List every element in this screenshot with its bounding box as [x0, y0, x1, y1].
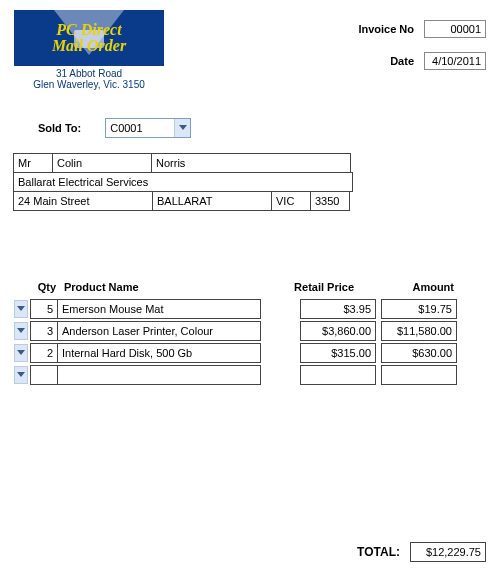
- logo-line2: Mail Order: [52, 38, 126, 54]
- customer-code: C0001: [110, 122, 142, 134]
- sold-to-label: Sold To:: [38, 122, 81, 134]
- col-amount: Amount: [362, 281, 454, 293]
- product-name-field[interactable]: Anderson Laser Printer, Colour: [57, 321, 261, 341]
- retail-price-field[interactable]: [300, 365, 376, 385]
- invoice-no-field[interactable]: 00001: [424, 20, 486, 38]
- amount-field: [381, 365, 457, 385]
- svg-marker-6: [17, 372, 25, 377]
- retail-price-field[interactable]: $3.95: [300, 299, 376, 319]
- first-name-field[interactable]: Colin: [52, 153, 152, 173]
- col-product: Product Name: [60, 281, 262, 293]
- qty-field[interactable]: [30, 365, 58, 385]
- chevron-down-icon[interactable]: [174, 119, 190, 137]
- customer-dropdown[interactable]: C0001: [105, 118, 191, 138]
- address-line1: 31 Abbot Road: [14, 68, 164, 79]
- total-value: $12,229.75: [410, 542, 486, 562]
- lines-block: Qty Product Name Retail Price Amount 5Em…: [14, 281, 486, 385]
- col-retail: Retail Price: [262, 281, 362, 293]
- svg-marker-5: [17, 350, 25, 355]
- invoice-meta: Invoice No 00001 Date 4/10/2011: [358, 20, 486, 84]
- logo-block: PC Direct Mail Order 31 Abbot Road Glen …: [14, 10, 164, 90]
- svg-marker-3: [17, 306, 25, 311]
- row-selector-arrow-icon[interactable]: [14, 344, 28, 362]
- row-selector-arrow-icon[interactable]: [14, 322, 28, 340]
- lines-header: Qty Product Name Retail Price Amount: [14, 281, 486, 299]
- qty-field[interactable]: 3: [30, 321, 58, 341]
- svg-marker-4: [17, 328, 25, 333]
- row-selector-arrow-icon[interactable]: [14, 300, 28, 318]
- state-field[interactable]: VIC: [271, 191, 311, 211]
- product-name-field[interactable]: Internal Hard Disk, 500 Gb: [57, 343, 261, 363]
- line-row: 2Internal Hard Disk, 500 Gb$315.00$630.0…: [14, 343, 486, 363]
- logo-line1: PC Direct: [56, 22, 121, 38]
- total-row: TOTAL: $12,229.75: [357, 542, 486, 562]
- invoice-date-field[interactable]: 4/10/2011: [424, 52, 486, 70]
- line-row: [14, 365, 486, 385]
- company-field[interactable]: Ballarat Electrical Services: [13, 172, 353, 192]
- line-row: 5Emerson Mouse Mat$3.95$19.75: [14, 299, 486, 319]
- company-address: 31 Abbot Road Glen Waverley, Vic. 3150: [14, 68, 164, 90]
- col-qty: Qty: [30, 281, 60, 293]
- line-row: 3Anderson Laser Printer, Colour$3,860.00…: [14, 321, 486, 341]
- amount-field: $630.00: [381, 343, 457, 363]
- logo: PC Direct Mail Order: [14, 10, 164, 66]
- qty-field[interactable]: 5: [30, 299, 58, 319]
- city-field[interactable]: BALLARAT: [152, 191, 272, 211]
- qty-field[interactable]: 2: [30, 343, 58, 363]
- address-line2: Glen Waverley, Vic. 3150: [14, 79, 164, 90]
- product-name-field[interactable]: [57, 365, 261, 385]
- last-name-field[interactable]: Norris: [151, 153, 351, 173]
- total-label: TOTAL:: [357, 545, 400, 559]
- svg-marker-2: [179, 125, 187, 130]
- retail-price-field[interactable]: $315.00: [300, 343, 376, 363]
- postcode-field[interactable]: 3350: [310, 191, 350, 211]
- street-field[interactable]: 24 Main Street: [13, 191, 153, 211]
- amount-field: $19.75: [381, 299, 457, 319]
- row-selector-arrow-icon[interactable]: [14, 366, 28, 384]
- title-field[interactable]: Mr: [13, 153, 53, 173]
- retail-price-field[interactable]: $3,860.00: [300, 321, 376, 341]
- amount-field: $11,580.00: [381, 321, 457, 341]
- address-block: Mr Colin Norris Ballarat Electrical Serv…: [14, 154, 486, 211]
- sold-to-row: Sold To: C0001: [38, 118, 486, 138]
- header: PC Direct Mail Order 31 Abbot Road Glen …: [14, 10, 486, 90]
- product-name-field[interactable]: Emerson Mouse Mat: [57, 299, 261, 319]
- invoice-no-label: Invoice No: [358, 23, 414, 35]
- invoice-date-label: Date: [390, 55, 414, 67]
